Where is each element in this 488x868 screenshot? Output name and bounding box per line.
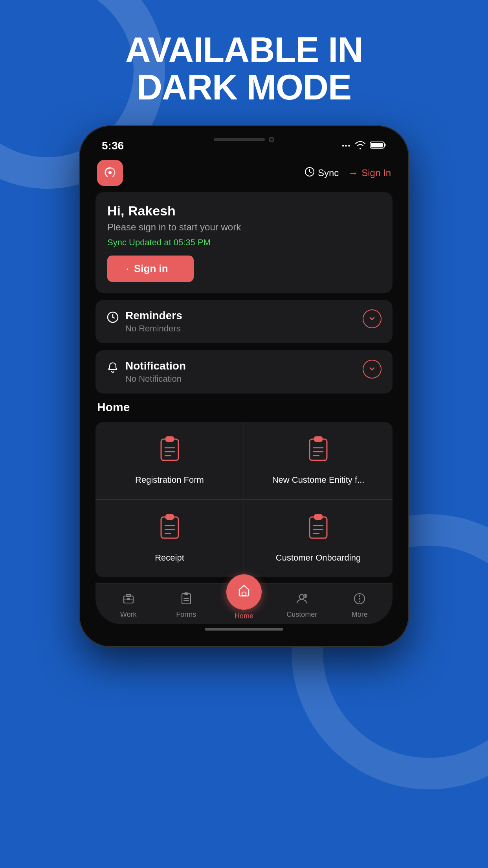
- more-icon: [353, 592, 366, 608]
- signin-icon: →: [121, 264, 130, 274]
- welcome-title: Hi, Rakesh: [107, 203, 381, 219]
- more-label: More: [352, 611, 368, 619]
- work-icon: [122, 592, 135, 608]
- new-customer-label: New Custome Enitity f...: [272, 475, 365, 485]
- welcome-subtitle: Please sign in to start your work: [107, 222, 381, 233]
- forms-label: Forms: [176, 611, 196, 619]
- nav-item-forms[interactable]: Forms: [167, 592, 206, 619]
- reminders-card: Reminders No Reminders: [95, 300, 393, 343]
- svg-rect-7: [166, 437, 174, 441]
- nav-item-work[interactable]: Work: [109, 592, 148, 619]
- reminders-left: Reminders No Reminders: [106, 309, 182, 334]
- notch-pill: [214, 138, 265, 141]
- signin-button[interactable]: → Sign in: [107, 256, 194, 282]
- nav-item-home[interactable]: Home: [224, 590, 264, 620]
- svg-rect-1: [371, 143, 383, 147]
- home-nav-button[interactable]: [226, 574, 262, 610]
- grid-item-new-customer[interactable]: New Custome Enitity f...: [244, 422, 393, 500]
- customer-onboarding-icon: [306, 514, 331, 547]
- wifi-icon: [355, 141, 366, 151]
- customer-onboarding-label: Customer Onboarding: [276, 553, 361, 563]
- registration-form-icon: [157, 436, 182, 469]
- new-customer-icon: [306, 436, 331, 469]
- welcome-card: Hi, Rakesh Please sign in to start your …: [95, 192, 393, 293]
- phone-frame: 5:36 •••: [79, 125, 409, 647]
- svg-rect-12: [314, 437, 322, 441]
- svg-rect-17: [166, 515, 174, 519]
- svg-rect-30: [184, 592, 188, 595]
- grid-item-registration-form[interactable]: Registration Form: [95, 422, 244, 500]
- signin-arrow-icon: →: [348, 167, 358, 179]
- customer-label: Customer: [286, 611, 317, 619]
- forms-icon: [180, 592, 193, 608]
- nav-item-customer[interactable]: Customer: [282, 592, 321, 619]
- bell-icon: [106, 361, 119, 377]
- reminders-text: Reminders No Reminders: [125, 309, 182, 334]
- svg-point-37: [359, 595, 360, 597]
- phone-inner: 5:36 •••: [86, 132, 402, 640]
- svg-rect-22: [314, 515, 322, 519]
- sync-status: Sync Updated at 05:35 PM: [107, 237, 381, 248]
- home-label: Home: [97, 401, 391, 414]
- top-bar-actions: Sync → Sign In: [305, 167, 391, 179]
- nav-item-more[interactable]: More: [340, 592, 379, 619]
- home-grid: Registration Form New Custome Enitity f: [95, 422, 393, 577]
- app-logo[interactable]: [97, 160, 123, 186]
- grid-item-customer-onboarding[interactable]: Customer Onboarding: [244, 500, 393, 577]
- home-indicator: [205, 628, 283, 631]
- status-icons: •••: [342, 141, 386, 151]
- sync-icon: [305, 167, 315, 179]
- sync-button[interactable]: Sync: [305, 167, 339, 179]
- svg-rect-2: [385, 144, 386, 146]
- work-label: Work: [120, 611, 137, 619]
- svg-point-34: [299, 594, 304, 599]
- clock-icon: [106, 311, 119, 326]
- svg-rect-16: [161, 517, 178, 538]
- notification-expand-button[interactable]: [363, 360, 382, 379]
- signal-dots-icon: •••: [342, 142, 351, 149]
- registration-form-label: Registration Form: [135, 475, 204, 485]
- notch: [189, 132, 299, 147]
- svg-point-38: [359, 598, 360, 600]
- receipt-icon: [157, 514, 182, 547]
- customer-icon: [295, 592, 308, 608]
- reminders-expand-button[interactable]: [363, 309, 382, 328]
- svg-rect-11: [310, 439, 327, 460]
- home-icon: [237, 583, 251, 601]
- notification-text: Notification No Notification: [125, 360, 186, 384]
- svg-rect-21: [310, 517, 327, 538]
- svg-rect-6: [161, 439, 178, 460]
- notification-left: Notification No Notification: [106, 360, 186, 384]
- bottom-nav: Work Forms: [95, 583, 393, 624]
- svg-point-3: [108, 171, 112, 174]
- battery-icon: [370, 141, 386, 151]
- top-bar: Sync → Sign In: [95, 155, 393, 192]
- notification-card: Notification No Notification: [95, 350, 393, 394]
- receipt-label: Receipt: [155, 553, 184, 563]
- signin-top-button[interactable]: → Sign In: [348, 167, 391, 179]
- svg-point-39: [359, 601, 360, 602]
- headline: AVAILABLE IN DARK MODE: [125, 31, 363, 106]
- grid-item-receipt[interactable]: Receipt: [95, 500, 244, 577]
- home-label-nav: Home: [235, 612, 253, 620]
- status-time: 5:36: [102, 140, 124, 152]
- app-content: Sync → Sign In Hi, Rakesh Please sign in…: [86, 155, 402, 640]
- notch-dot: [269, 137, 274, 142]
- svg-rect-33: [242, 592, 246, 596]
- status-bar: 5:36 •••: [86, 132, 402, 155]
